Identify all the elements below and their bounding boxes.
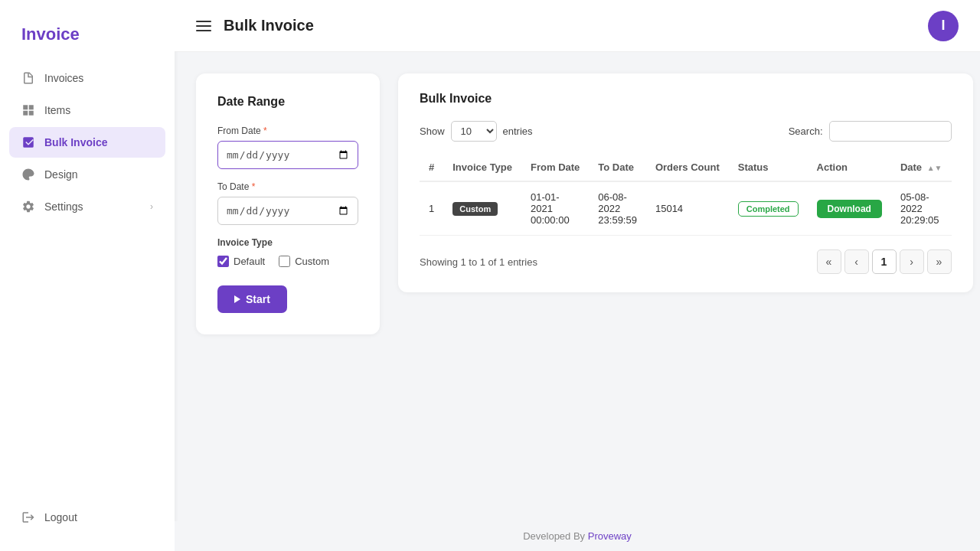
custom-checkbox[interactable] [279,256,290,267]
download-button[interactable]: Download [817,200,882,218]
main-content: Bulk Invoice I Date Range From Date * To… [175,0,980,551]
current-page-button[interactable]: 1 [872,249,897,274]
next-page-button[interactable]: › [900,249,924,274]
checkbox-group: Default Custom [217,256,358,267]
status-badge: Completed [738,201,799,217]
menu-toggle-button[interactable] [196,21,211,31]
sort-icon: ▲▼ [927,164,942,172]
to-date-required: * [252,181,256,192]
cell-to-date: 06-08-2022 23:59:59 [589,181,646,236]
logout-icon [21,510,35,524]
col-header-from-date: From Date [521,154,589,181]
app-logo: Invoice [0,0,175,63]
sidebar-item-invoices-label: Invoices [44,72,83,84]
sidebar-item-invoices[interactable]: Invoices [9,63,165,93]
sidebar-item-logout[interactable]: Logout [9,502,165,533]
cell-invoice-type: Custom [443,181,521,236]
invoice-type-badge: Custom [452,202,498,216]
sidebar-bottom: Logout [0,502,175,551]
sidebar-item-logout-label: Logout [44,511,77,523]
prev-page-button[interactable]: ‹ [844,249,869,274]
date-range-title: Date Range [217,95,358,109]
sidebar: Invoice Invoices Items [0,0,175,551]
from-date-group: From Date * [217,126,358,169]
items-icon [21,103,35,117]
sidebar-item-settings[interactable]: Settings › [9,191,165,222]
entries-info: Showing 1 to 1 of 1 entries [420,256,537,268]
cell-date: 05-08-2022 20:29:05 [891,181,952,236]
table-footer: Showing 1 to 1 of 1 entries « ‹ 1 › » [420,249,952,274]
sidebar-nav: Invoices Items Bulk Invoice [0,63,175,222]
col-header-invoice-type: Invoice Type [443,154,521,181]
invoices-icon [21,71,35,85]
sidebar-item-design[interactable]: Design [9,159,165,190]
bulk-invoice-card: Bulk Invoice Show 10 25 50 100 entries S… [398,73,973,292]
menu-line-3 [196,30,211,31]
from-date-input[interactable] [217,141,358,169]
col-header-action: Action [808,154,891,181]
start-button[interactable]: Start [217,285,287,313]
default-checkbox[interactable] [217,256,229,267]
to-date-label: To Date * [217,181,358,192]
start-button-label: Start [246,293,270,305]
from-date-label: From Date * [217,126,358,136]
show-entries: Show 10 25 50 100 entries [420,121,533,142]
sidebar-item-items-label: Items [44,104,70,116]
col-header-to-date: To Date [589,154,646,181]
bulk-invoice-table: # Invoice Type From Date To Date Orders … [420,154,952,236]
menu-line-1 [196,21,211,22]
to-date-group: To Date * [217,181,358,225]
custom-label: Custom [295,256,329,267]
custom-checkbox-label[interactable]: Custom [279,256,329,267]
col-header-num: # [420,154,443,181]
sidebar-item-items[interactable]: Items [9,95,165,126]
default-label: Default [234,256,265,267]
header: Bulk Invoice I [175,0,980,52]
cell-orders-count: 15014 [646,181,729,236]
date-range-card: Date Range From Date * To Date * Invoice… [196,73,380,334]
bulk-invoice-title: Bulk Invoice [420,92,952,106]
cell-from-date: 01-01-2021 00:00:00 [521,181,589,236]
invoice-type-group: Invoice Type Default Custom [217,237,358,267]
default-checkbox-label[interactable]: Default [217,256,265,267]
pagination: « ‹ 1 › » [817,249,952,274]
page-footer: Developed By Proveway [175,521,980,551]
search-input[interactable] [829,121,952,142]
settings-arrow-icon: › [150,201,153,212]
search-area: Search: [789,121,952,142]
from-date-required: * [263,126,267,136]
play-icon [234,295,240,303]
last-page-button[interactable]: » [927,249,952,274]
page-body: Date Range From Date * To Date * Invoice… [175,52,980,521]
bulk-invoice-icon [21,135,35,149]
design-icon [21,168,35,181]
sidebar-item-settings-label: Settings [44,201,83,213]
cell-action: Download [808,181,891,236]
sidebar-item-bulk-invoice[interactable]: Bulk Invoice [9,127,165,158]
first-page-button[interactable]: « [817,249,841,274]
table-controls: Show 10 25 50 100 entries Search: [420,121,952,142]
avatar[interactable]: I [928,11,959,41]
entries-per-page-select[interactable]: 10 25 50 100 [451,121,497,142]
entries-label: entries [503,126,533,137]
col-header-status: Status [729,154,808,181]
show-label: Show [420,126,445,137]
sidebar-item-bulk-invoice-label: Bulk Invoice [44,136,107,148]
search-label: Search: [789,126,823,137]
invoice-type-label: Invoice Type [217,237,358,248]
cell-status: Completed [729,181,808,236]
page-title: Bulk Invoice [224,17,314,34]
sidebar-item-design-label: Design [44,168,78,181]
table-row: 1 Custom 01-01-2021 00:00:00 06-08-2022 … [420,181,952,236]
col-header-date: Date ▲▼ [891,154,952,181]
menu-line-2 [196,25,211,27]
footer-link[interactable]: Proveway [588,530,632,542]
footer-text: Developed By [523,530,588,542]
settings-icon [21,200,35,214]
to-date-input[interactable] [217,197,358,225]
cell-num: 1 [420,181,443,236]
col-header-orders-count: Orders Count [646,154,729,181]
